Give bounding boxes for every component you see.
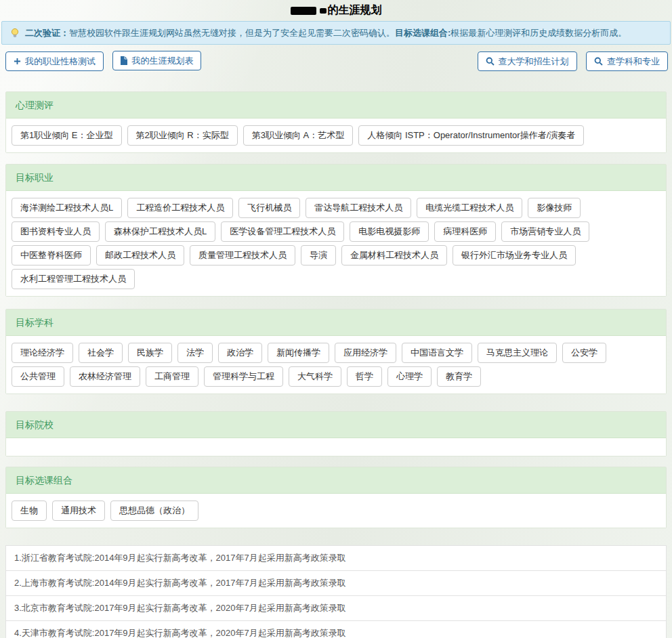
subject-tag[interactable]: 公共管理 — [12, 366, 64, 387]
banner-bold-label-2: 目标选课组合: — [395, 28, 450, 38]
psych-tag[interactable]: 第2职业倾向 R：实际型 — [127, 125, 238, 146]
section-title: 目标选课组合 — [6, 467, 666, 494]
button-label: 我的职业性格测试 — [25, 56, 96, 66]
psych-tag[interactable]: 第3职业倾向 A：艺术型 — [243, 125, 354, 146]
psych-tag[interactable]: 人格倾向 ISTP：Operator/Instrumentor操作者/演奏者 — [358, 125, 584, 146]
subject-tag[interactable]: 理论经济学 — [12, 343, 73, 363]
subject-tag[interactable]: 新闻传播学 — [268, 343, 329, 363]
banner-text-1: 智慧校园软件跟生涯规划网站虽然无缝对接，但是为了安全起见需要二次密码确认。 — [69, 28, 395, 38]
career-tag[interactable]: 水利工程管理工程技术人员 — [12, 269, 135, 289]
subject-tag[interactable]: 大气科学 — [289, 366, 341, 387]
career-tag[interactable]: 工程造价工程技术人员 — [127, 198, 233, 218]
button-label: 查学科和专业 — [607, 56, 660, 66]
notice-item: 1.浙江省教育考试院:2014年9月起实行新高考改革，2017年7月起采用新高考… — [6, 546, 666, 571]
lightbulb-icon — [10, 28, 20, 38]
career-tag[interactable]: 电缆光缆工程技术人员 — [417, 198, 522, 218]
career-tag[interactable]: 图书资料专业人员 — [12, 221, 100, 242]
banner-text-2: 根据最新心理测评和历史成绩数据分析而成。 — [450, 28, 627, 38]
toolbar: 我的职业性格测试 我的生涯规划表 查大学和招生计划 查学科和专业 — [5, 51, 668, 71]
subject-tag[interactable]: 中国语言文学 — [402, 343, 472, 363]
redacted-name — [291, 7, 316, 15]
career-tag[interactable]: 电影电视摄影师 — [350, 221, 429, 242]
subject-tag[interactable]: 教育学 — [437, 366, 481, 387]
career-tag[interactable]: 导演 — [301, 245, 336, 265]
combo-tag[interactable]: 思想品德（政治） — [110, 501, 198, 521]
career-tag[interactable]: 市场营销专业人员 — [501, 221, 589, 242]
button-label: 查大学和招生计划 — [499, 56, 569, 66]
section-target-careers: 目标职业 海洋测绘工程技术人员L工程造价工程技术人员飞行机械员雷达导航工程技术人… — [5, 164, 667, 297]
career-tag[interactable]: 雷达导航工程技术人员 — [306, 198, 411, 218]
banner-bold-label: 二次验证： — [25, 28, 69, 38]
subject-tag[interactable]: 工商管理 — [146, 366, 198, 387]
subject-tag[interactable]: 社会学 — [79, 343, 123, 363]
subject-tag[interactable]: 应用经济学 — [335, 343, 396, 363]
combo-tag[interactable]: 通用技术 — [52, 501, 105, 521]
notice-item: 2.上海市教育考试院:2014年9月起实行新高考改革，2017年7月起采用新高考… — [6, 571, 666, 596]
page-title: 的生涯规划 — [0, 0, 672, 19]
toolbar-right: 查大学和招生计划 查学科和专业 — [478, 51, 668, 71]
section-psych-assessment: 心理测评 第1职业倾向 E：企业型第2职业倾向 R：实际型第3职业倾向 A：艺术… — [5, 91, 667, 153]
subject-tag[interactable]: 农林经济管理 — [70, 366, 140, 387]
plus-icon — [14, 58, 21, 65]
subject-tag[interactable]: 法学 — [177, 343, 213, 363]
my-personality-test-button[interactable]: 我的职业性格测试 — [5, 51, 104, 71]
tag-list: 生物通用技术思想品德（政治） — [6, 494, 666, 528]
subject-tag[interactable]: 政治学 — [218, 343, 262, 363]
subject-tag[interactable]: 民族学 — [128, 343, 172, 363]
search-icon — [486, 57, 495, 66]
section-target-colleges: 目标院校 — [5, 411, 667, 456]
notice-item: 4.天津市教育考试院:2017年9月起实行新高考改革，2020年7月起采用新高考… — [6, 621, 666, 638]
section-title: 目标院校 — [6, 412, 666, 438]
combo-tag[interactable]: 生物 — [12, 501, 47, 521]
subject-tag[interactable]: 心理学 — [387, 366, 432, 387]
subject-tag[interactable]: 管理科学与工程 — [204, 366, 283, 387]
career-tag[interactable]: 森林保护工程技术人员L — [105, 221, 215, 242]
career-tag[interactable]: 质量管理工程技术人员 — [190, 245, 295, 265]
career-tag[interactable]: 中医整脊科医师 — [12, 245, 91, 265]
my-career-plan-button[interactable]: 我的生涯规划表 — [112, 51, 201, 70]
toolbar-left: 我的职业性格测试 我的生涯规划表 — [5, 51, 207, 71]
tag-list: 理论经济学社会学民族学法学政治学新闻传播学应用经济学中国语言文学马克思主义理论公… — [6, 336, 666, 394]
career-tag[interactable]: 影像技师 — [528, 198, 581, 218]
career-tag[interactable]: 飞行机械员 — [238, 198, 300, 218]
career-tag[interactable]: 医学设备管理工程技术人员 — [221, 221, 344, 242]
subject-tag[interactable]: 公安学 — [562, 343, 606, 363]
section-title: 心理测评 — [6, 92, 666, 119]
section-title: 目标职业 — [6, 165, 666, 191]
section-target-subjects: 目标学科 理论经济学社会学民族学法学政治学新闻传播学应用经济学中国语言文学马克思… — [5, 309, 667, 394]
section-course-combo: 目标选课组合 生物通用技术思想品德（政治） — [5, 467, 667, 528]
button-label: 我的生涯规划表 — [131, 56, 193, 66]
section-title: 目标学科 — [6, 310, 666, 336]
career-tag[interactable]: 邮政工程技术人员 — [96, 245, 184, 265]
psych-tag[interactable]: 第1职业倾向 E：企业型 — [12, 125, 122, 146]
career-tag[interactable]: 银行外汇市场业务专业人员 — [453, 245, 576, 265]
tag-list — [6, 438, 666, 456]
file-icon — [121, 56, 127, 65]
subject-tag[interactable]: 哲学 — [347, 366, 382, 387]
redacted-name — [320, 8, 327, 14]
career-tag[interactable]: 病理科医师 — [434, 221, 496, 242]
notice-item: 3.北京市教育考试院:2017年9月起实行新高考改革，2020年7月起采用新高考… — [6, 596, 666, 621]
notice-list: 1.浙江省教育考试院:2014年9月起实行新高考改革，2017年7月起采用新高考… — [5, 545, 667, 638]
career-tag[interactable]: 海洋测绘工程技术人员L — [12, 198, 122, 218]
tag-list: 海洋测绘工程技术人员L工程造价工程技术人员飞行机械员雷达导航工程技术人员电缆光缆… — [6, 191, 666, 296]
subject-tag[interactable]: 马克思主义理论 — [478, 343, 557, 363]
tag-list: 第1职业倾向 E：企业型第2职业倾向 R：实际型第3职业倾向 A：艺术型人格倾向… — [6, 119, 666, 152]
page-title-text: 的生涯规划 — [328, 4, 382, 16]
banner-text: 二次验证：智慧校园软件跟生涯规划网站虽然无缝对接，但是为了安全起见需要二次密码确… — [25, 27, 627, 39]
search-icon — [594, 57, 603, 66]
info-banner: 二次验证：智慧校园软件跟生涯规划网站虽然无缝对接，但是为了安全起见需要二次密码确… — [1, 21, 671, 45]
career-tag[interactable]: 金属材料工程技术人员 — [341, 245, 447, 265]
search-majors-button[interactable]: 查学科和专业 — [586, 51, 668, 71]
search-universities-button[interactable]: 查大学和招生计划 — [478, 51, 577, 71]
